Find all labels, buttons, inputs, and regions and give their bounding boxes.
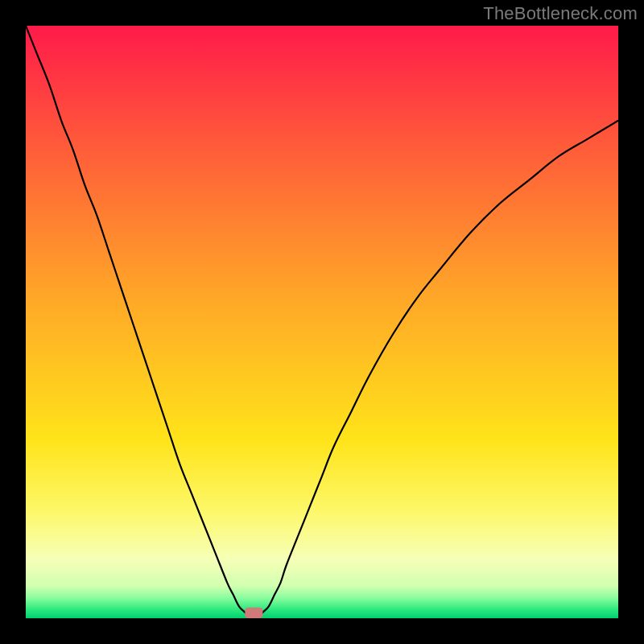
optimum-marker [245, 608, 262, 618]
chart-frame: TheBottleneck.com [0, 0, 644, 644]
watermark-text: TheBottleneck.com [483, 3, 638, 24]
plot-area [26, 26, 618, 618]
bottleneck-curve [26, 26, 618, 618]
curve-path [26, 26, 618, 618]
